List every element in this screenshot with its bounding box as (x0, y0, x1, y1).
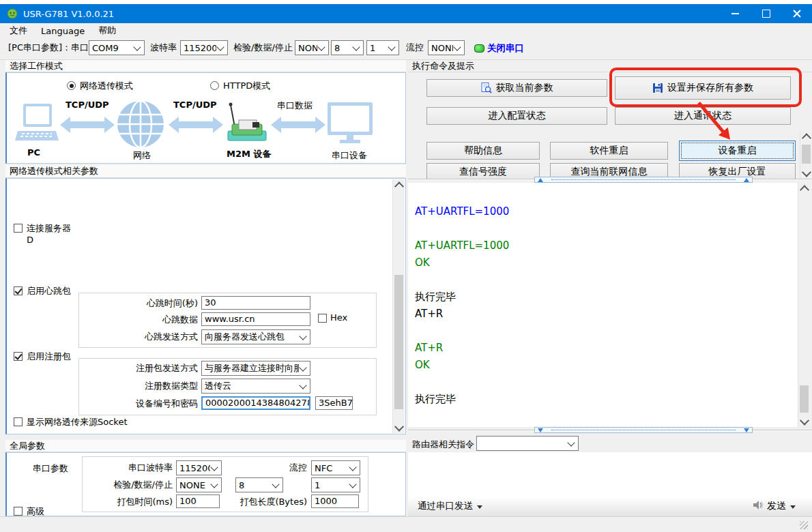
register-enable-checkbox[interactable] (14, 352, 23, 361)
send-button[interactable]: 发送 (767, 500, 796, 512)
triangle-down-icon (744, 428, 749, 432)
pc-serial-params-label: [PC串口参数]：串口号 (8, 40, 98, 55)
connect-server-checkbox[interactable] (14, 224, 23, 233)
register-mode-label: 注册包发送方式 (78, 362, 198, 374)
triangle-up-icon (538, 178, 543, 182)
menu-file[interactable]: 文件 (3, 23, 34, 38)
show-socket-checkbox[interactable] (14, 417, 23, 426)
triangle-up-icon (744, 178, 749, 182)
g-flow-label: 流控 (273, 462, 307, 474)
heartbeat-mode-select[interactable]: 向服务器发送心跳包 (201, 329, 310, 344)
connect-server-label: 连接服务器 (27, 222, 71, 235)
scroll-up-arrow[interactable] (393, 179, 405, 191)
check-signal-button[interactable]: 查信号强度 (426, 163, 540, 180)
serial-device-label: 串口设备 (332, 149, 367, 162)
network-globe-icon (116, 100, 165, 151)
radio-transparent-mode[interactable] (67, 81, 76, 90)
net-params-scrollbar[interactable] (392, 179, 405, 433)
commands-scrollbar[interactable] (800, 131, 812, 179)
scroll-thumb[interactable] (800, 385, 809, 413)
send-via-serial-menu[interactable]: 通过串口发送 (418, 500, 482, 512)
enter-config-button[interactable]: 进入配置状态 (426, 107, 607, 125)
close-button[interactable] (781, 4, 812, 23)
net-params-section-header: 网络透传模式相关参数 (5, 165, 406, 178)
advanced-checkbox[interactable] (14, 507, 23, 516)
help-info-button[interactable]: 帮助信息 (426, 142, 540, 160)
status-bar (0, 516, 812, 532)
speaker-icon (752, 499, 764, 513)
link2-label: TCP/UDP (173, 100, 217, 110)
heartbeat-enable-checkbox[interactable] (14, 286, 23, 295)
title-bar: USR-G781 V1.0.0.21 (0, 4, 812, 23)
network-label: 网络 (133, 149, 151, 162)
arrow-network-m2m-icon (179, 121, 213, 128)
resize-grip[interactable] (800, 521, 808, 529)
m2m-label: M2M 设备 (227, 148, 271, 160)
minimize-button[interactable] (720, 4, 751, 23)
scroll-up-arrow[interactable] (800, 131, 812, 143)
menu-bar: 文件 Language 帮助 (0, 23, 812, 38)
window-title: USR-G781 V1.0.0.21 (23, 9, 114, 19)
annotation-red-rectangle (609, 68, 802, 107)
heartbeat-time-label: 心跳时间(秒) (78, 297, 198, 310)
chevron-down-icon (317, 43, 325, 50)
heartbeat-data-input[interactable]: www.usr.cn (201, 312, 310, 326)
g-baud-select[interactable]: 115200 (176, 460, 222, 475)
flow-select[interactable]: NONE (428, 40, 465, 55)
menu-help[interactable]: 帮助 (91, 23, 123, 38)
maximize-button[interactable] (751, 4, 781, 23)
link3-label: 串口数据 (277, 100, 313, 112)
menu-language[interactable]: Language (34, 23, 91, 38)
maximize-icon (762, 10, 770, 18)
baud-select[interactable]: 115200 (180, 40, 228, 55)
stop-bits-select[interactable]: 1 (366, 40, 399, 55)
register-mode-select[interactable]: 与服务器建立连接时向服 (201, 361, 310, 376)
scroll-up-arrow[interactable] (798, 183, 810, 194)
device-restart-button[interactable]: 设备重启 (679, 141, 796, 161)
soft-restart-button[interactable]: 软件重启 (550, 142, 668, 160)
baud-label: 波特率 (150, 40, 177, 55)
splitter-dots (551, 430, 736, 430)
get-params-button[interactable]: 获取当前参数 (426, 79, 607, 97)
at-log[interactable]: AT+UARTFL=1000AT+UARTFL=1000OK执行完毕AT+RAT… (408, 183, 798, 427)
scroll-thumb[interactable] (802, 145, 811, 164)
scroll-down-arrow[interactable] (393, 422, 405, 433)
radio-httpd-mode[interactable] (210, 81, 219, 90)
register-type-select[interactable]: 透传云 (201, 379, 310, 394)
hex-label: Hex (330, 312, 347, 323)
serial-device-icon (326, 102, 374, 147)
heartbeat-mode-label: 心跳发送方式 (78, 331, 198, 343)
chevron-down-icon (394, 422, 403, 431)
minimize-icon (731, 13, 739, 14)
log-splitter-handle[interactable] (534, 177, 753, 183)
triangle-down-icon (477, 505, 482, 509)
packlen-input[interactable]: 1000 (311, 494, 359, 508)
app-icon (7, 8, 18, 19)
send-splitter-handle[interactable] (534, 427, 753, 433)
g-flow-select[interactable]: NFC (311, 460, 360, 475)
router-commands-select[interactable] (476, 436, 579, 451)
com-port-select[interactable]: COM9 (89, 40, 145, 55)
chevron-up-icon (801, 133, 811, 143)
device-password-box[interactable]: 3SehB7K (315, 396, 353, 410)
chevron-down-icon (352, 43, 360, 50)
splitter-dots (551, 179, 736, 180)
log-scrollbar[interactable] (798, 183, 811, 427)
serial-group-label: 串口参数 (33, 462, 68, 475)
parity-select[interactable]: NONI (295, 40, 329, 55)
g-parity-select[interactable]: NONE (176, 477, 222, 492)
heartbeat-time-input[interactable]: 30 (201, 296, 310, 310)
scroll-thumb[interactable] (394, 275, 403, 409)
data-bits-select[interactable]: 8 (331, 40, 364, 55)
close-icon (793, 10, 801, 18)
g-stopbits-select[interactable]: 1 (311, 477, 360, 492)
g-databits-select[interactable]: 8 (235, 477, 283, 492)
hex-checkbox[interactable] (318, 314, 327, 323)
chevron-up-icon (394, 181, 403, 191)
scroll-down-arrow[interactable] (798, 415, 810, 427)
scroll-down-arrow[interactable] (800, 167, 812, 179)
device-id-input[interactable]: 00002000143848042786 (201, 396, 310, 410)
app-window: USR-G781 V1.0.0.21 文件 Language 帮助 [PC串口参… (0, 0, 812, 532)
close-port-button[interactable]: 关闭串口 (487, 42, 524, 55)
packtime-input[interactable]: 100 (176, 494, 220, 508)
